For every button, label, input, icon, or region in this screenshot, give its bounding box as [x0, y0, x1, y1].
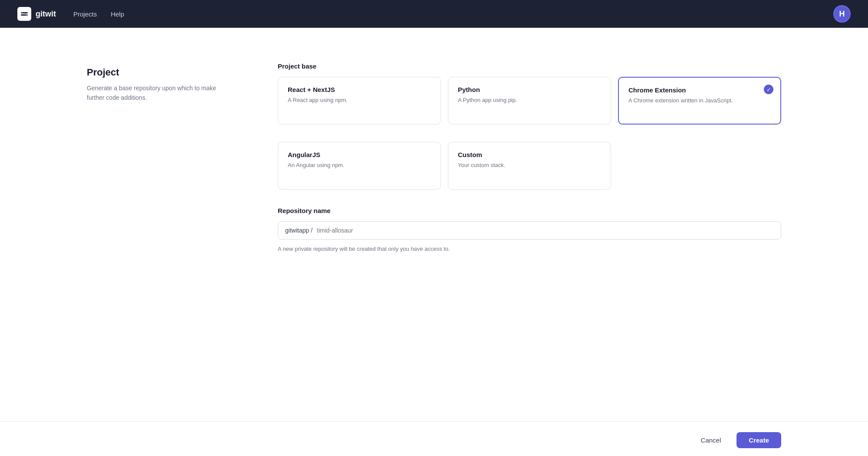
repo-hint: A new private repository will be created…	[278, 245, 781, 254]
card-angularjs-desc: An Angular using npm.	[288, 161, 431, 170]
card-selected-check-icon: ✓	[764, 85, 773, 94]
page-footer: Cancel Create	[0, 421, 868, 456]
nav-links: Projects Help	[73, 10, 816, 18]
card-python-title: Python	[458, 86, 601, 93]
nav-link-help[interactable]: Help	[111, 10, 124, 18]
avatar[interactable]: H	[833, 5, 851, 23]
create-button[interactable]: Create	[736, 432, 781, 448]
navbar: gitwit Projects Help H	[0, 0, 868, 28]
card-react-nextjs-desc: A React app using npm.	[288, 96, 431, 105]
card-chrome-extension[interactable]: Chrome Extension A Chrome extension writ…	[618, 77, 781, 125]
page-wrapper: gitwit Projects Help H Project Generate …	[0, 0, 868, 456]
logo-text: gitwit	[36, 10, 56, 19]
nav-logo: gitwit	[17, 7, 56, 21]
nav-link-projects[interactable]: Projects	[73, 10, 97, 18]
repo-name-input[interactable]	[317, 222, 781, 239]
main-content: Project Generate a base repository upon …	[0, 28, 868, 421]
cards-grid-row1: React + NextJS A React app using npm. Py…	[278, 77, 781, 125]
card-python-desc: A Python app using pip.	[458, 96, 601, 105]
project-base-label: Project base	[278, 62, 781, 70]
card-react-nextjs-title: React + NextJS	[288, 86, 431, 93]
empty-cell	[618, 142, 781, 190]
card-python[interactable]: Python A Python app using pip.	[448, 77, 611, 125]
right-panel: Project base React + NextJS A React app …	[278, 62, 781, 387]
svg-point-3	[26, 14, 27, 16]
card-angularjs[interactable]: AngularJS An Angular using npm.	[278, 142, 441, 190]
section-description: Generate a base repository upon which to…	[87, 83, 234, 103]
repo-prefix: gitwitapp /	[278, 222, 317, 239]
repo-section: Repository name gitwitapp / A new privat…	[278, 207, 781, 254]
svg-point-2	[22, 12, 23, 13]
cards-grid-row2: AngularJS An Angular using npm. Custom Y…	[278, 142, 781, 190]
card-custom-title: Custom	[458, 151, 601, 158]
left-panel: Project Generate a base repository upon …	[87, 62, 234, 387]
card-chrome-extension-title: Chrome Extension	[628, 86, 771, 94]
logo-icon	[17, 7, 31, 21]
cancel-button[interactable]: Cancel	[692, 432, 730, 448]
card-custom[interactable]: Custom Your custom stack.	[448, 142, 611, 190]
card-angularjs-title: AngularJS	[288, 151, 431, 158]
card-chrome-extension-desc: A Chrome extension written in JavaScript…	[628, 96, 771, 105]
card-react-nextjs[interactable]: React + NextJS A React app using npm.	[278, 77, 441, 125]
section-title: Project	[87, 67, 234, 78]
repo-input-wrapper: gitwitapp /	[278, 221, 781, 239]
card-custom-desc: Your custom stack.	[458, 161, 601, 170]
repo-label: Repository name	[278, 207, 781, 214]
